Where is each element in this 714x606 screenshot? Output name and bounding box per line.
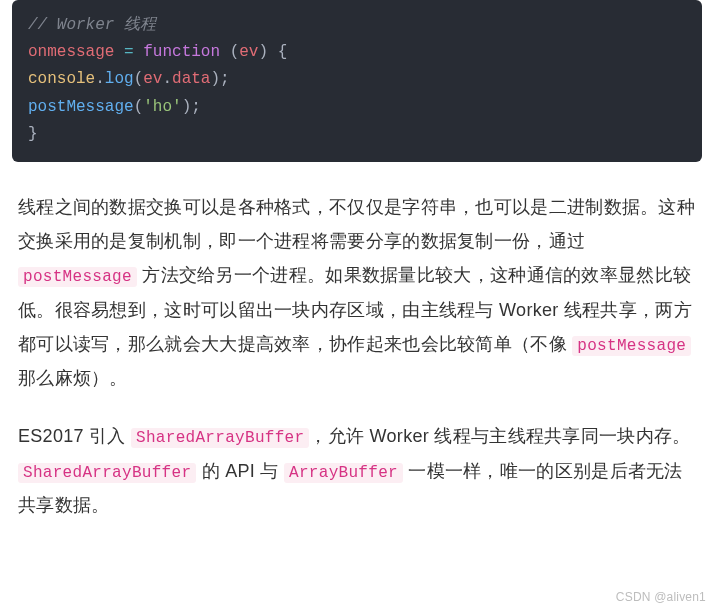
watermark: CSDN @aliven1 [616, 590, 706, 604]
code-line-1: // Worker 线程 [28, 12, 686, 39]
code-line-2: onmessage = function (ev) { [28, 39, 686, 66]
code-line-5: } [28, 121, 686, 148]
paragraph-1: 线程之间的数据交换可以是各种格式，不仅仅是字符串，也可以是二进制数据。这种交换采… [18, 190, 696, 396]
code-line-4: postMessage('ho'); [28, 94, 686, 121]
inline-code-sharedarraybuffer: SharedArrayBuffer [131, 428, 309, 448]
code-line-3: console.log(ev.data); [28, 66, 686, 93]
inline-code-postmessage: postMessage [572, 336, 691, 356]
inline-code-arraybuffer: ArrayBuffer [284, 463, 403, 483]
code-comment: // Worker 线程 [28, 16, 156, 34]
code-block: // Worker 线程 onmessage = function (ev) {… [12, 0, 702, 162]
inline-code-sharedarraybuffer: SharedArrayBuffer [18, 463, 196, 483]
code-keyword-function: function [143, 43, 220, 61]
paragraph-2: ES2017 引入 SharedArrayBuffer，允许 Worker 线程… [18, 419, 696, 522]
inline-code-postmessage: postMessage [18, 267, 137, 287]
code-ident-onmessage: onmessage [28, 43, 114, 61]
article-body: 线程之间的数据交换可以是各种格式，不仅仅是字符串，也可以是二进制数据。这种交换采… [0, 190, 714, 523]
